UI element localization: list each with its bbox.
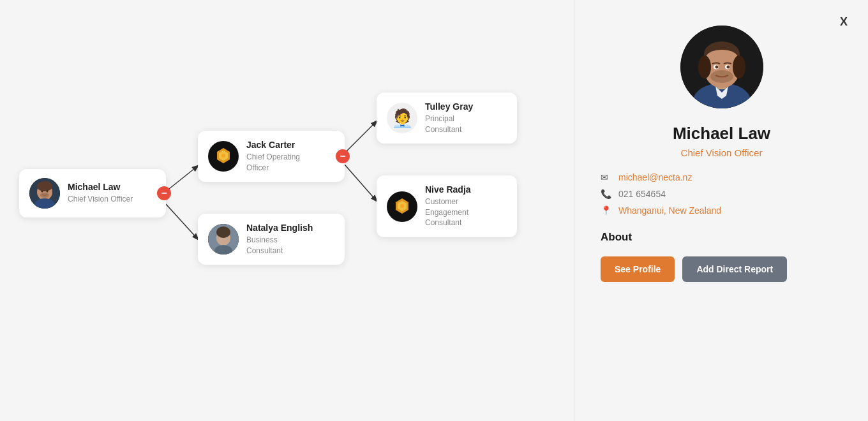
svg-point-9 (47, 191, 49, 193)
svg-point-33 (726, 66, 730, 69)
tulley-info: Tulley Gray PrincipalConsultant (425, 101, 473, 135)
email-icon: ✉ (601, 172, 612, 182)
svg-line-1 (166, 204, 198, 239)
svg-point-6 (37, 181, 52, 191)
profile-panel: X (574, 0, 868, 421)
panel-location: Whanganui, New Zealand (618, 205, 721, 216)
svg-point-14 (221, 154, 225, 158)
svg-line-0 (166, 166, 198, 191)
tulley-emoji-icon: 🧑‍💼 (391, 108, 414, 129)
close-button[interactable]: X (835, 13, 853, 31)
phone-icon: 📞 (601, 189, 612, 199)
node-nive-radja[interactable]: Nive Radja CustomerEngagementConsultant (377, 175, 517, 237)
node-jack-carter[interactable]: Jack Carter Chief OperatingOfficer − (198, 131, 345, 182)
node-natalya-english[interactable]: Natalya English BusinessConsultant (198, 214, 345, 265)
nive-info: Nive Radja CustomerEngagementConsultant (425, 184, 471, 228)
nive-avatar (387, 191, 417, 222)
panel-about-heading: About (601, 231, 842, 244)
node-michael-law[interactable]: Michael Law Chief Vision Officer − (19, 169, 166, 218)
see-profile-button[interactable]: See Profile (601, 256, 675, 282)
natalya-info: Natalya English BusinessConsultant (246, 223, 313, 256)
svg-point-17 (216, 226, 230, 238)
svg-point-37 (733, 55, 745, 78)
panel-actions: See Profile Add Direct Report (601, 256, 842, 282)
jack-info: Jack Carter Chief OperatingOfficer (246, 140, 300, 173)
svg-point-32 (715, 66, 718, 69)
jack-name: Jack Carter (246, 140, 300, 151)
svg-line-3 (345, 165, 377, 201)
tulley-avatar: 🧑‍💼 (387, 103, 417, 133)
tulley-title: PrincipalConsultant (425, 114, 473, 135)
jack-avatar (208, 141, 239, 172)
natalya-title: BusinessConsultant (246, 235, 313, 256)
jack-title: Chief OperatingOfficer (246, 152, 300, 174)
michael-title: Chief Vision Officer (68, 194, 133, 205)
panel-name: Michael Law (601, 124, 842, 144)
panel-avatar (680, 26, 763, 108)
contact-location-row: 📍 Whanganui, New Zealand (601, 205, 842, 216)
node-tulley-gray[interactable]: 🧑‍💼 Tulley Gray PrincipalConsultant (377, 92, 517, 144)
svg-point-8 (41, 191, 43, 193)
panel-email: michael@necta.nz (618, 172, 692, 182)
michael-collapse-button[interactable]: − (157, 186, 171, 200)
michael-info: Michael Law Chief Vision Officer (68, 182, 133, 205)
panel-contact: ✉ michael@necta.nz 📞 021 654654 📍 Whanga… (601, 172, 842, 216)
svg-line-2 (345, 121, 377, 153)
location-icon: 📍 (601, 205, 612, 216)
contact-phone-row: 📞 021 654654 (601, 189, 842, 199)
panel-phone: 021 654654 (618, 189, 666, 199)
panel-title: Chief Vision Officer (601, 147, 842, 158)
nive-title: CustomerEngagementConsultant (425, 196, 471, 228)
contact-email-row: ✉ michael@necta.nz (601, 172, 842, 182)
add-direct-report-button[interactable]: Add Direct Report (682, 256, 787, 282)
svg-point-22 (400, 204, 404, 208)
nive-name: Nive Radja (425, 184, 471, 195)
jack-collapse-button[interactable]: − (336, 149, 350, 163)
natalya-avatar (208, 224, 239, 255)
svg-point-36 (698, 55, 711, 78)
tulley-name: Tulley Gray (425, 101, 473, 112)
michael-avatar (29, 178, 60, 209)
michael-name: Michael Law (68, 182, 133, 193)
natalya-name: Natalya English (246, 223, 313, 233)
org-chart-area: Michael Law Chief Vision Officer − Jack … (0, 0, 574, 421)
